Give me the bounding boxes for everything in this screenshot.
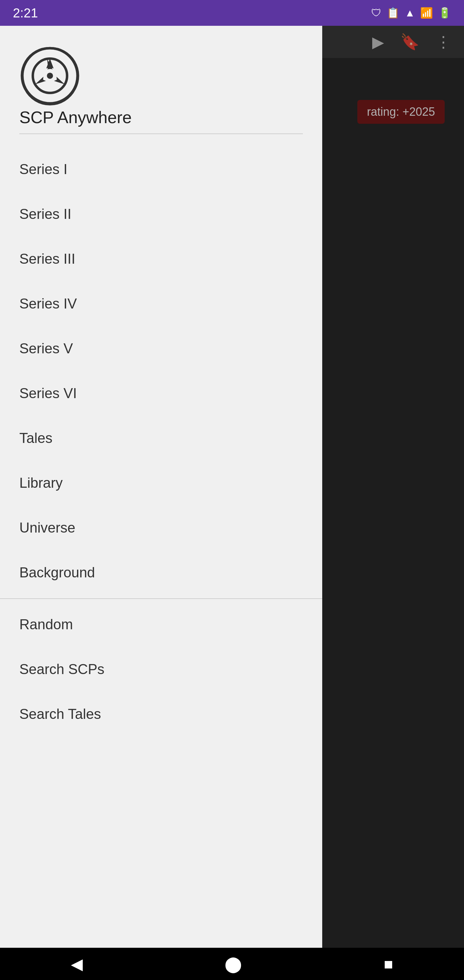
sidebar-item-series-iii[interactable]: Series III [0,237,322,282]
drawer-divider [0,598,322,599]
bottom-navigation: ◀ ⬤ ■ [0,948,464,980]
sidebar-item-tales[interactable]: Tales [0,416,322,461]
sidebar-item-search-tales[interactable]: Search Tales [0,692,322,737]
sidebar-item-series-vi[interactable]: Series VI [0,371,322,416]
drawer-title: SCP Anywhere [19,108,303,134]
status-bar: 2:21 🛡 📋 ▲ 📶 🔋 [0,0,464,26]
drawer-header: SCP Anywhere [0,26,322,147]
drawer-menu: Series I Series II Series III Series IV … [0,147,322,737]
recents-button[interactable]: ■ [364,949,412,979]
svg-point-2 [47,73,53,79]
sidebar-item-background[interactable]: Background [0,550,322,595]
sidebar-item-universe[interactable]: Universe [0,506,322,550]
sidebar-item-random[interactable]: Random [0,602,322,647]
battery-icon: 🔋 [438,7,451,19]
wifi-icon: ▲ [405,7,415,19]
navigation-drawer: SCP Anywhere Series I Series II Series I… [0,26,322,948]
back-button[interactable]: ◀ [52,948,102,979]
sidebar-item-library[interactable]: Library [0,461,322,506]
sidebar-item-series-iv[interactable]: Series IV [0,282,322,326]
sidebar-item-search-scps[interactable]: Search SCPs [0,647,322,692]
status-time: 2:21 [13,6,38,20]
sidebar-item-series-i[interactable]: Series I [0,147,322,192]
shield-icon: 🛡 [371,7,381,19]
scp-logo [19,45,81,107]
signal-icon: 📶 [420,7,433,19]
home-button[interactable]: ⬤ [205,948,261,979]
status-icons: 🛡 📋 ▲ 📶 🔋 [371,7,451,19]
clipboard-icon: 📋 [387,7,400,19]
sidebar-item-series-ii[interactable]: Series II [0,192,322,237]
sidebar-item-series-v[interactable]: Series V [0,326,322,371]
